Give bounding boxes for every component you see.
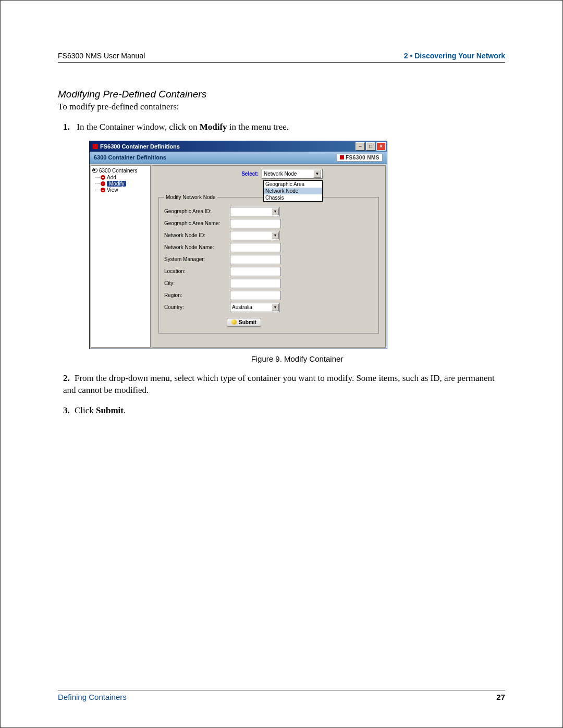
submit-button[interactable]: Submit: [227, 318, 261, 327]
select-combo[interactable]: Network Node ▼: [262, 169, 323, 179]
figure-caption: Figure 9. Modify Container: [89, 354, 505, 363]
input-region[interactable]: [230, 291, 281, 300]
step-1-bold: Modify: [200, 122, 227, 132]
row-geo-id: Geographic Area ID: ▼: [164, 207, 373, 216]
chevron-down-icon: ▼: [272, 208, 279, 215]
step-3-num: 3.: [63, 405, 75, 417]
tree-view-label: View: [107, 187, 118, 193]
chevron-down-icon: ▼: [313, 170, 321, 178]
arrow-icon: ›: [101, 181, 105, 186]
step-3-text-a: Click: [75, 405, 96, 415]
header-right: 2 • Discovering Your Network: [404, 52, 505, 60]
subheader-title: 6300 Container Definitions: [94, 154, 166, 161]
minus-icon: –: [101, 188, 105, 192]
label-node-id: Network Node ID:: [164, 232, 227, 238]
intro-text: To modify pre-defined containers:: [58, 101, 505, 113]
page-footer: Defining Containers 27: [58, 690, 505, 701]
step-1-text-a: In the Container window, click on: [77, 122, 199, 132]
document-page: FS6300 NMS User Manual 2 • Discovering Y…: [0, 0, 563, 728]
input-location[interactable]: [230, 267, 281, 276]
row-region: Region:: [164, 291, 373, 300]
input-sys-mgr[interactable]: [230, 255, 281, 264]
header-left: FS6300 NMS User Manual: [58, 52, 145, 60]
label-geo-id: Geographic Area ID:: [164, 208, 227, 214]
tree-panel: 6300 Containers + Add › Modify –: [91, 165, 151, 348]
input-city[interactable]: [230, 279, 281, 288]
step-1: 1. In the Container window, click on Mod…: [58, 121, 505, 133]
label-sys-mgr: System Manager:: [164, 256, 227, 262]
country-value: Australia: [232, 304, 252, 310]
maximize-button[interactable]: □: [366, 142, 375, 151]
footer-page-number: 27: [496, 693, 505, 701]
tree-item-modify[interactable]: › Modify: [95, 181, 149, 187]
chevron-down-icon: ▼: [272, 232, 279, 239]
page-header: FS6300 NMS User Manual 2 • Discovering Y…: [58, 52, 505, 63]
input-geo-name[interactable]: [230, 219, 281, 228]
label-geo-name: Geographic Area Name:: [164, 220, 227, 226]
submit-label: Submit: [239, 319, 256, 325]
tree-root[interactable]: 6300 Containers: [92, 168, 149, 174]
label-location: Location:: [164, 268, 227, 274]
select-row: Select: Network Node ▼ Geographic Area N…: [157, 169, 323, 179]
tree-add-label: Add: [107, 175, 116, 180]
select-dropdown[interactable]: Geographic Area Network Node Chassis: [263, 180, 323, 202]
brand-icon: [340, 155, 344, 159]
option-geographic-area[interactable]: Geographic Area: [264, 181, 322, 188]
footer-left: Defining Containers: [58, 693, 127, 701]
tree-modify-label: Modify: [107, 181, 126, 187]
step-3: 3.Click Submit.: [58, 405, 505, 417]
minimize-button[interactable]: –: [356, 142, 365, 151]
plus-icon: +: [101, 175, 105, 180]
step-3-bold: Submit: [96, 405, 124, 415]
subheader-bar: 6300 Container Definitions FS6300 NMS: [90, 152, 387, 164]
pushpin-icon: [231, 319, 237, 325]
fieldset-legend: Modify Network Node: [164, 194, 217, 200]
tree-root-label: 6300 Containers: [99, 168, 137, 174]
tree-children: + Add › Modify – View: [95, 175, 149, 193]
radio-icon: [92, 168, 97, 173]
app-window: FS6300 Container Definitions – □ × 6300 …: [89, 141, 387, 349]
tree-item-view[interactable]: – View: [95, 187, 149, 193]
chevron-down-icon: ▼: [272, 304, 279, 311]
input-node-id[interactable]: ▼: [230, 231, 280, 240]
section-title: Modifying Pre-Defined Containers: [58, 89, 505, 100]
row-sys-mgr: System Manager:: [164, 255, 373, 264]
step-2-num: 2.: [63, 373, 75, 385]
label-node-name: Network Node Name:: [164, 244, 227, 250]
tree-item-add[interactable]: + Add: [95, 175, 149, 180]
option-network-node[interactable]: Network Node: [264, 188, 322, 194]
app-body: 6300 Containers + Add › Modify –: [90, 164, 387, 349]
close-button[interactable]: ×: [376, 142, 386, 151]
row-location: Location:: [164, 267, 373, 276]
brand-badge: FS6300 NMS: [337, 154, 383, 162]
submit-row: Submit: [227, 315, 373, 327]
input-country[interactable]: Australia▼: [230, 303, 280, 312]
row-node-id: Network Node ID: ▼: [164, 231, 373, 240]
option-chassis[interactable]: Chassis: [264, 194, 322, 201]
step-1-text-c: in the menu tree.: [227, 122, 289, 132]
row-country: Country: Australia▼: [164, 303, 373, 312]
step-3-text-c: .: [124, 405, 126, 415]
window-title: FS6300 Container Definitions: [100, 143, 356, 150]
select-label: Select:: [241, 171, 259, 177]
app-icon: [93, 144, 98, 149]
label-city: City:: [164, 280, 227, 286]
select-value: Network Node: [264, 171, 297, 177]
window-controls: – □ ×: [356, 142, 386, 151]
step-1-num: 1.: [63, 121, 75, 133]
label-country: Country:: [164, 304, 227, 310]
input-geo-id[interactable]: ▼: [230, 207, 280, 216]
step-2-text: From the drop-down menu, select which ty…: [63, 373, 495, 395]
modify-fieldset: Modify Network Node Geographic Area ID: …: [158, 194, 379, 334]
row-node-name: Network Node Name:: [164, 243, 373, 252]
figure-9: FS6300 Container Definitions – □ × 6300 …: [89, 141, 505, 363]
row-geo-name: Geographic Area Name:: [164, 219, 373, 228]
step-2: 2.From the drop-down menu, select which …: [58, 373, 505, 397]
form-panel: Select: Network Node ▼ Geographic Area N…: [152, 165, 386, 348]
row-city: City:: [164, 279, 373, 288]
label-region: Region:: [164, 292, 227, 298]
input-node-name[interactable]: [230, 243, 281, 252]
titlebar[interactable]: FS6300 Container Definitions – □ ×: [90, 141, 387, 152]
brand-text: FS6300 NMS: [346, 155, 380, 161]
